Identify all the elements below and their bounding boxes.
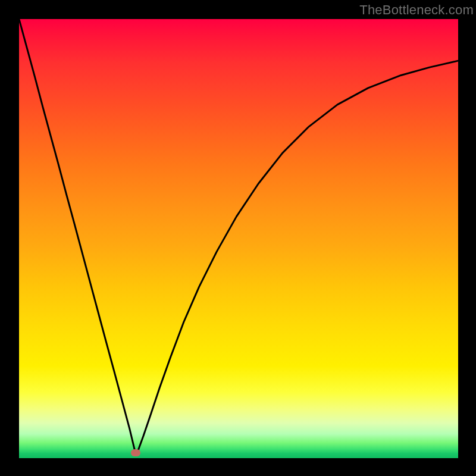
chart-frame: TheBottleneck.com: [0, 0, 476, 476]
curve-svg: [19, 19, 458, 458]
bottleneck-curve: [19, 19, 458, 454]
watermark-label: TheBottleneck.com: [359, 2, 474, 18]
plot-area: [19, 19, 458, 458]
minimum-marker: [131, 449, 140, 456]
